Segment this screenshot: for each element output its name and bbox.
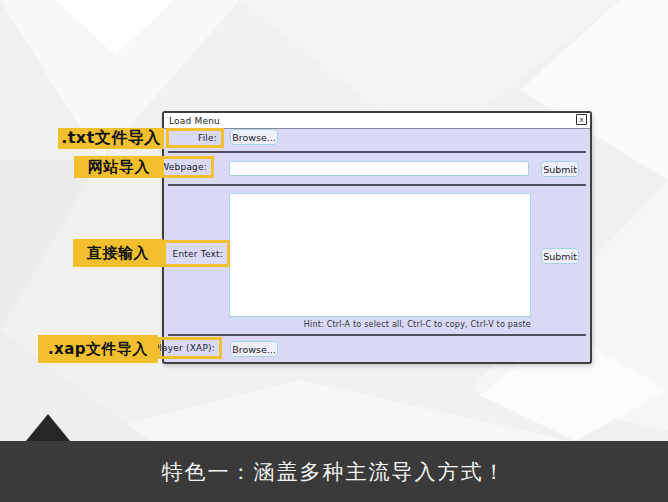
dialog-titlebar[interactable]: Load Menu	[164, 113, 590, 129]
annotation-direct-input: 直接输入	[73, 239, 163, 267]
separator	[168, 334, 586, 336]
enter-text-label-highlight: Enter Text:	[163, 240, 230, 267]
file-label-highlight: File:	[166, 128, 224, 148]
caption-text: 特色一：涵盖多种主流导入方式！	[162, 458, 507, 486]
enter-text-textarea[interactable]	[229, 193, 531, 317]
enter-text-label: Enter Text:	[173, 249, 223, 259]
file-label: File:	[198, 133, 217, 143]
separator	[168, 184, 586, 186]
caption-bar: 特色一：涵盖多种主流导入方式！	[0, 441, 668, 502]
player-browse-button[interactable]: Browse...	[230, 341, 278, 357]
file-browse-button[interactable]: Browse...	[230, 129, 278, 145]
webpage-label: Webpage:	[160, 162, 207, 172]
player-label-highlight: Player (XAP):	[158, 337, 222, 359]
callout-triangle	[26, 414, 70, 441]
player-label: Player (XAP):	[154, 343, 215, 353]
load-menu-dialog: Load Menu x File: Browse... Webpage: Sub…	[162, 111, 592, 364]
slide: Load Menu x File: Browse... Webpage: Sub…	[0, 0, 668, 502]
annotation-txt-import: .txt文件导入	[58, 128, 164, 149]
webpage-label-highlight: Webpage:	[158, 156, 214, 178]
close-button[interactable]: x	[576, 114, 587, 125]
webpage-input[interactable]	[229, 161, 529, 176]
hint-text: Hint: Ctrl-A to select all, Ctrl-C to co…	[304, 320, 531, 329]
enter-text-submit-button[interactable]: Submit	[541, 248, 579, 264]
dialog-title: Load Menu	[164, 116, 220, 126]
annotation-webpage-import: 网站导入	[74, 156, 164, 178]
annotation-xap-import: .xap文件导入	[38, 335, 158, 363]
webpage-submit-button[interactable]: Submit	[541, 161, 579, 177]
separator	[168, 151, 586, 153]
